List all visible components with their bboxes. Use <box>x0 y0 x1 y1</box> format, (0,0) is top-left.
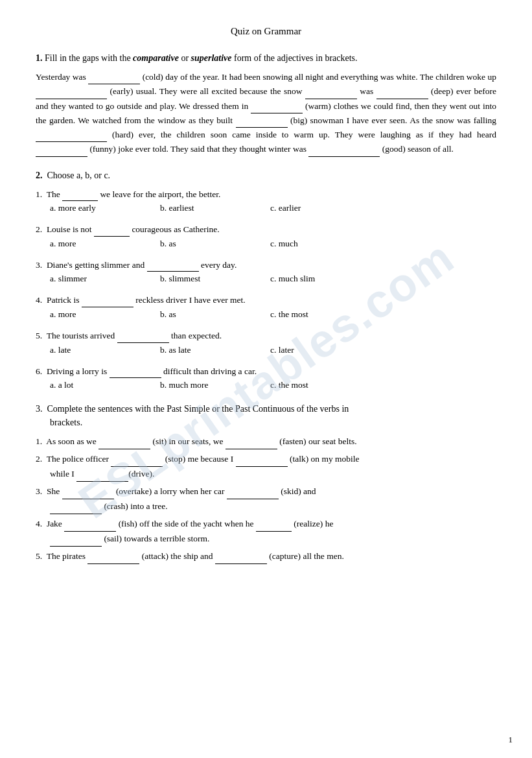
past-item-2-text: 2. The police officer (stop) me because … <box>36 452 496 467</box>
section-3-number: 3. <box>36 404 43 414</box>
section-3-instruction: Complete the sentences with the Past Sim… <box>47 404 349 414</box>
option-1a: a. more early <box>50 203 160 213</box>
choose-item-6-text: 6. Driving a lorry is difficult than dri… <box>36 364 496 379</box>
section-3: 3. Complete the sentences with the Past … <box>36 402 496 564</box>
section-2: 2. Choose a, b, or c. 1. The we leave fo… <box>36 169 496 391</box>
option-2c: c. much <box>270 239 380 249</box>
past-item-4: 4. Jake (fish) off the side of the yacht… <box>36 517 496 547</box>
blank-fasten <box>226 440 277 449</box>
blank-snow <box>305 89 357 99</box>
option-1c: c. earlier <box>270 203 380 213</box>
choose-item-5-options: a. late b. as late c. later <box>36 345 496 355</box>
section-2-header: 2. Choose a, b, or c. <box>36 169 496 182</box>
blank-early <box>36 89 107 99</box>
blank-attack <box>87 554 139 564</box>
blank-sail <box>50 537 102 547</box>
blank-hard <box>36 132 107 142</box>
choose-item-3-options: a. slimmer b. slimmest c. much slim <box>36 274 496 284</box>
past-item-3: 3. She (overtake) a lorry when her car (… <box>36 484 496 514</box>
blank-drive <box>76 472 128 482</box>
choose-item-6-options: a. a lot b. much more c. the most <box>36 380 496 390</box>
blank-warm <box>251 104 303 113</box>
choose-item-2-options: a. more b. as c. much <box>36 239 496 249</box>
section-2-instruction: Choose a, b, or c. <box>47 171 111 180</box>
blank-q4 <box>82 298 133 307</box>
option-3a: a. slimmer <box>50 274 160 284</box>
option-2a: a. more <box>50 239 160 249</box>
section-1-instruction-start: Fill in the gaps with the <box>45 53 133 63</box>
section-1-paragraph: Yesterday was (cold) day of the year. It… <box>36 70 496 157</box>
section-2-number: 2. <box>36 171 43 180</box>
blank-overtake <box>62 490 114 499</box>
blank-deep <box>376 89 428 99</box>
choose-item-5: 5. The tourists arrived than expected. a… <box>36 329 496 355</box>
blank-q1 <box>62 191 98 201</box>
blank-q6 <box>110 368 161 378</box>
choose-item-4-options: a. more b. as c. the most <box>36 309 496 320</box>
choose-item-4: 4. Patrick is reckless driver I have eve… <box>36 293 496 320</box>
choose-item-1-text: 1. The we leave for the airport, the bet… <box>36 187 496 202</box>
past-item-3-subtext: (crash) into a tree. <box>36 499 496 514</box>
blank-fish <box>64 522 116 532</box>
blank-capture <box>215 554 267 564</box>
blank-stop <box>111 457 163 467</box>
blank-realize <box>256 522 292 532</box>
page-title: Quiz on Grammar <box>36 26 496 37</box>
option-4c: c. the most <box>270 309 380 320</box>
blank-crash <box>50 504 102 514</box>
option-3b: b. slimmest <box>160 274 270 284</box>
blank-good <box>308 147 380 157</box>
option-6a: a. a lot <box>50 380 160 390</box>
blank-q3 <box>147 263 199 272</box>
past-item-4-subtext: (sail) towards a terrible storm. <box>36 532 496 547</box>
choose-item-1: 1. The we leave for the airport, the bet… <box>36 187 496 214</box>
section-3-header: 3. Complete the sentences with the Past … <box>36 402 496 429</box>
blank-big <box>236 118 288 128</box>
section-1-word1: comparative <box>133 53 179 63</box>
option-6c: c. the most <box>270 380 380 390</box>
blank-sit <box>98 440 150 449</box>
past-item-1: 1. As soon as we (sit) in our seats, we … <box>36 434 496 449</box>
section-1-end: form of the adjectives in brackets. <box>232 53 358 63</box>
past-item-1-text: 1. As soon as we (sit) in our seats, we … <box>36 434 496 449</box>
blank-cold <box>88 75 140 84</box>
section-1-middle: or <box>179 53 191 63</box>
past-item-2: 2. The police officer (stop) me because … <box>36 452 496 482</box>
blank-funny <box>36 147 87 157</box>
choose-item-1-options: a. more early b. earliest c. earlier <box>36 203 496 213</box>
blank-q2 <box>94 227 130 237</box>
option-6b: b. much more <box>160 380 270 390</box>
option-1b: b. earliest <box>160 203 270 213</box>
section-1-header: 1. Fill in the gaps with the comparative… <box>36 51 496 65</box>
choose-item-5-text: 5. The tourists arrived than expected. <box>36 329 496 343</box>
option-5c: c. later <box>270 345 380 355</box>
choose-item-2: 2. Louise is not courageous as Catherine… <box>36 222 496 249</box>
blank-skid <box>227 490 279 499</box>
past-item-5-text: 5. The pirates (attack) the ship and (ca… <box>36 549 496 564</box>
option-4a: a. more <box>50 309 160 320</box>
option-5b: b. as late <box>160 345 270 355</box>
past-item-3-text: 3. She (overtake) a lorry when her car (… <box>36 484 496 499</box>
past-item-4-text: 4. Jake (fish) off the side of the yacht… <box>36 517 496 532</box>
choose-item-4-text: 4. Patrick is reckless driver I have eve… <box>36 293 496 307</box>
section-1-number: 1. <box>36 53 43 63</box>
choose-item-6: 6. Driving a lorry is difficult than dri… <box>36 364 496 391</box>
option-3c: c. much slim <box>270 274 380 284</box>
choose-item-3: 3. Diane's getting slimmer and every day… <box>36 258 496 285</box>
option-4b: b. as <box>160 309 270 320</box>
choose-item-2-text: 2. Louise is not courageous as Catherine… <box>36 222 496 237</box>
choose-item-3-text: 3. Diane's getting slimmer and every day… <box>36 258 496 272</box>
page: ESLprintables.com Quiz on Grammar 1. Fil… <box>0 0 532 758</box>
past-item-5: 5. The pirates (attack) the ship and (ca… <box>36 549 496 564</box>
option-2b: b. as <box>160 239 270 249</box>
section-1: 1. Fill in the gaps with the comparative… <box>36 51 496 157</box>
blank-talk <box>236 457 288 467</box>
past-item-2-subtext: while I (drive). <box>36 467 496 482</box>
blank-q5 <box>117 333 169 343</box>
section-1-word2: superlative <box>191 53 232 63</box>
page-number: 1 <box>509 735 513 745</box>
section-3-brackets: brackets. <box>36 416 496 429</box>
option-5a: a. late <box>50 345 160 355</box>
